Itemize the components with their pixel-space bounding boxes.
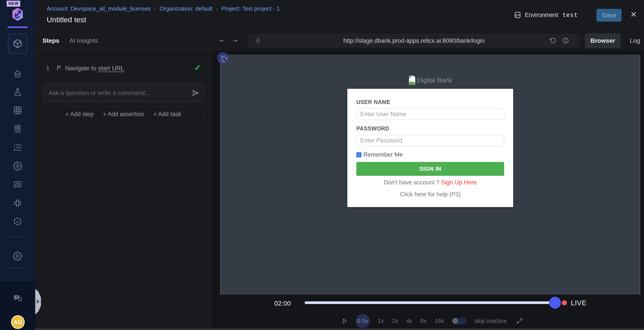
send-icon[interactable] bbox=[191, 88, 200, 97]
speed-0.5x[interactable]: 0.5x bbox=[356, 314, 370, 328]
sign-up-link[interactable]: Sign Up Here bbox=[441, 179, 477, 186]
search-inspect-icon: ? bbox=[13, 180, 22, 190]
remember-me-row: ✓ Remember Me bbox=[356, 151, 403, 158]
save-button[interactable]: Save bbox=[596, 9, 622, 22]
step-row[interactable]: 1 Navigate to start URL ✓ bbox=[35, 62, 212, 74]
signup-line: Don't have account ? Sign Up Here bbox=[347, 179, 513, 186]
new-badge: NEW bbox=[6, 1, 20, 6]
breadcrumb-project[interactable]: Project: Test project - 1 bbox=[221, 5, 280, 12]
chevron-right-icon bbox=[37, 299, 40, 304]
step-description[interactable]: Navigate to start URL bbox=[65, 65, 124, 72]
reload-icon[interactable] bbox=[550, 37, 556, 44]
forward-arrow-icon[interactable]: → bbox=[231, 35, 239, 44]
remember-me-label: Remember Me bbox=[364, 151, 403, 158]
test-tubes-icon bbox=[13, 124, 22, 134]
tab-ai-insights[interactable]: AI insights bbox=[70, 37, 98, 44]
user-avatar[interactable]: AU bbox=[11, 315, 25, 329]
playback-time: 02:00 bbox=[274, 300, 291, 307]
tab-steps[interactable]: Steps bbox=[42, 37, 59, 44]
sidebar-item-integrations[interactable]: ∞ bbox=[7, 214, 28, 229]
sidebar-item-settings[interactable] bbox=[7, 159, 28, 173]
password-field[interactable] bbox=[356, 135, 504, 146]
speed-1x[interactable]: 1x bbox=[378, 318, 384, 324]
sidebar-item-test-suites[interactable] bbox=[7, 122, 28, 136]
rail-divider bbox=[8, 268, 28, 268]
steps-panel: Steps AI insights 1 Navigate to start UR… bbox=[35, 31, 212, 330]
relicx-test-editor-window: NEW bbox=[0, 0, 644, 330]
environment-selector[interactable]: Environment test bbox=[514, 11, 578, 19]
speed-8x[interactable]: 8x bbox=[420, 318, 426, 324]
username-label: USER NAME bbox=[356, 99, 390, 105]
breadcrumb: Account: Devspace_all_module_licenses › … bbox=[47, 5, 280, 12]
sidebar-item-test-grid[interactable] bbox=[7, 103, 28, 118]
speed-16x[interactable]: 16x bbox=[434, 318, 444, 324]
tab-log[interactable]: Log bbox=[627, 33, 643, 48]
toggle-knob bbox=[452, 318, 458, 324]
browser-panel: ← → http://stage.dbank.prod-apps.relicx.… bbox=[212, 31, 644, 330]
add-task-button[interactable]: + Add task bbox=[153, 111, 181, 118]
sidebar-item-account-settings[interactable] bbox=[7, 249, 28, 264]
flask-icon bbox=[13, 88, 22, 97]
gear-icon bbox=[13, 251, 22, 261]
help-link[interactable]: Click here for help (P3) bbox=[347, 191, 513, 198]
sidebar-item-slack[interactable] bbox=[7, 196, 28, 210]
help-chat-icon: ? bbox=[12, 293, 23, 303]
home-icon bbox=[13, 69, 22, 79]
mouse-cursor-icon bbox=[220, 56, 229, 64]
speed-4x[interactable]: 4x bbox=[406, 318, 412, 324]
back-arrow-icon[interactable]: ← bbox=[218, 35, 226, 44]
username-field[interactable] bbox=[356, 108, 504, 120]
add-actions-bar: + Add step + Add assertion + Add task bbox=[42, 106, 204, 122]
environment-label: Environment bbox=[525, 12, 558, 18]
close-icon[interactable]: ✕ bbox=[630, 10, 637, 18]
sign-in-button[interactable]: SIGN IN bbox=[356, 162, 504, 176]
top-header: Account: Devspace_all_module_licenses › … bbox=[35, 0, 644, 31]
replay-viewport[interactable]: Digital Bank USER NAME PASSWORD ✓ Rememb… bbox=[220, 55, 640, 294]
playback-bar: 02:00 LIVE 0.5x 1x 2x 4x 8x 16x skip ina… bbox=[212, 294, 644, 330]
skip-inactive-label: skip inactive bbox=[474, 318, 507, 324]
live-label: LIVE bbox=[571, 299, 586, 307]
environment-drive-icon bbox=[514, 11, 522, 19]
play-icon[interactable] bbox=[341, 314, 348, 328]
page-title: Untitled test bbox=[47, 16, 86, 24]
browser-toolbar: ← → http://stage.dbank.prod-apps.relicx.… bbox=[212, 31, 644, 50]
skip-inactive-toggle[interactable] bbox=[452, 318, 466, 324]
command-input[interactable] bbox=[42, 84, 204, 102]
add-assertion-button[interactable]: + Add assertion bbox=[103, 111, 144, 118]
url-bar[interactable]: http://stage.dbank.prod-apps.relicx.ai:8… bbox=[248, 34, 580, 48]
breadcrumb-account[interactable]: Account: Devspace_all_module_licenses bbox=[47, 5, 151, 12]
site-logo-alt-text: Digital Bank bbox=[417, 76, 452, 84]
slack-icon bbox=[13, 198, 22, 208]
breadcrumb-organization[interactable]: Organization: default bbox=[160, 5, 212, 12]
svg-text:?: ? bbox=[17, 183, 18, 187]
fullscreen-expand-icon[interactable] bbox=[516, 318, 523, 324]
url-text: http://stage.dbank.prod-apps.relicx.ai:8… bbox=[248, 34, 580, 48]
sidebar-item-run-list[interactable] bbox=[7, 140, 28, 155]
gear-icon bbox=[13, 161, 22, 171]
help-chat-button[interactable]: ? bbox=[7, 291, 28, 305]
svg-text:?: ? bbox=[16, 295, 18, 299]
start-url-link[interactable]: start URL bbox=[98, 65, 124, 72]
sidebar-item-explore[interactable]: ? bbox=[7, 177, 28, 192]
grid-icon bbox=[13, 106, 22, 115]
environment-value: test bbox=[562, 12, 578, 18]
sidebar-item-test-lab[interactable] bbox=[7, 85, 28, 100]
sidebar-item-home[interactable] bbox=[7, 66, 28, 81]
step-number: 1 bbox=[46, 65, 49, 72]
playback-slider-handle[interactable] bbox=[549, 297, 561, 309]
relicx-logo-icon[interactable] bbox=[10, 7, 25, 22]
tab-browser[interactable]: Browser bbox=[585, 33, 621, 48]
svg-text:∞: ∞ bbox=[16, 219, 20, 224]
remember-me-checkbox[interactable]: ✓ bbox=[356, 152, 362, 157]
breadcrumb-separator: › bbox=[154, 6, 156, 12]
breadcrumb-separator: › bbox=[216, 6, 218, 12]
info-icon[interactable] bbox=[562, 37, 569, 44]
live-dot bbox=[562, 300, 567, 305]
steps-tabbar: Steps AI insights bbox=[35, 31, 212, 50]
cube-icon bbox=[13, 39, 22, 48]
sidebar-item-test-editor[interactable] bbox=[8, 34, 27, 54]
add-step-button[interactable]: + Add step bbox=[65, 111, 94, 118]
speed-2x[interactable]: 2x bbox=[392, 318, 398, 324]
playback-slider[interactable] bbox=[304, 301, 555, 304]
bottom-edge-strip bbox=[35, 328, 644, 330]
